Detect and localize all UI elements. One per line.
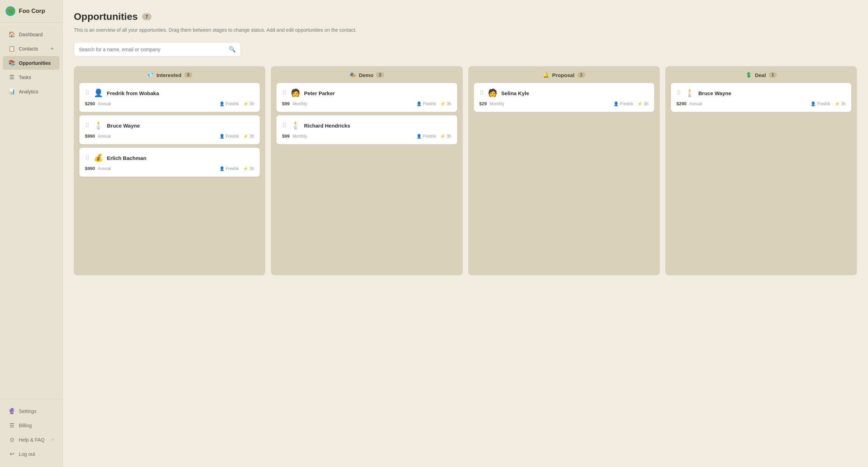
card-amount: $990 — [85, 133, 95, 139]
card-amount: $99 — [282, 101, 290, 106]
card-c3[interactable]: 💰 Erlich Bachman $990 Annual 👤 Fredrik ⚡… — [79, 148, 260, 177]
card-meta: 👤 Fredrik ⚡ 3h — [219, 134, 255, 139]
sidebar-label-tasks: Tasks — [19, 75, 31, 80]
drag-handle[interactable] — [282, 122, 287, 129]
search-bar[interactable]: 🔍 — [74, 42, 241, 56]
card-c5[interactable]: 🕯️ Richard Hendricks $99 Monthly 👤 Fredr… — [276, 115, 457, 144]
bolt-icon: ⚡ — [440, 101, 445, 106]
opportunity-count: 7 — [142, 13, 152, 20]
column-label-deal: Deal — [755, 72, 766, 78]
sidebar-label-contacts: Contacts — [19, 46, 38, 52]
card-header: 🕯️ Bruce Wayne — [677, 89, 846, 98]
sidebar: 🌿 Foo Corp 🏠 Dashboard 📋 Contacts + 📚 Op… — [0, 0, 63, 467]
card-avatar: 🧑 — [290, 89, 300, 98]
card-c2[interactable]: 🕯️ Bruce Wayne $990 Annual 👤 Fredrik ⚡ 3… — [79, 115, 260, 144]
column-header-deal: 💲 Deal 1 — [671, 72, 851, 78]
sidebar-item-tasks[interactable]: ☰ Tasks — [3, 70, 60, 84]
card-c6[interactable]: 🧑 Selina Kyle $29 Monthly 👤 Fredrik ⚡ 3h — [474, 83, 654, 112]
card-assignee: 👤 Fredrik — [219, 101, 239, 106]
card-avatar: 🧑 — [487, 89, 498, 98]
logout-icon: ↩ — [8, 451, 15, 457]
external-link-icon: ↗ — [50, 437, 54, 442]
sidebar-item-opportunities[interactable]: 📚 Opportunities — [3, 56, 60, 70]
card-header: 👤 Fredrik from Wobaka — [85, 89, 254, 98]
tasks-icon: ☰ — [8, 74, 15, 81]
card-meta: 👤 Fredrik ⚡ 3h — [416, 101, 452, 106]
card-footer: $990 Annual 👤 Fredrik ⚡ 3h — [85, 133, 254, 139]
main-nav: 🏠 Dashboard 📋 Contacts + 📚 Opportunities… — [0, 23, 62, 399]
column-count-interested: 3 — [184, 72, 192, 78]
drag-handle[interactable] — [85, 89, 89, 97]
main-content: Opportunities 7 This is an overview of a… — [63, 0, 868, 467]
card-name: Peter Parker — [304, 90, 335, 96]
drag-handle[interactable] — [677, 89, 681, 97]
card-footer: $990 Annual 👤 Fredrik ⚡ 3h — [85, 166, 254, 171]
card-c4[interactable]: 🧑 Peter Parker $99 Monthly 👤 Fredrik ⚡ 3… — [276, 83, 457, 112]
bottom-label-settings: Settings — [19, 408, 37, 414]
column-label-proposal: Proposal — [552, 72, 574, 78]
person-icon: 👤 — [613, 101, 619, 106]
billing-icon: ☰ — [8, 422, 15, 429]
sidebar-label-dashboard: Dashboard — [19, 32, 43, 37]
sidebar-item-dashboard[interactable]: 🏠 Dashboard — [3, 28, 60, 41]
card-avatar: 🕯️ — [290, 121, 300, 130]
card-time: ⚡ 3h — [440, 101, 451, 106]
card-assignee: 👤 Fredrik — [613, 101, 633, 106]
person-icon: 👤 — [219, 134, 225, 139]
card-c1[interactable]: 👤 Fredrik from Wobaka $290 Annual 👤 Fred… — [79, 83, 260, 112]
card-period: Monthly — [490, 101, 504, 106]
card-assignee: 👤 Fredrik — [416, 101, 436, 106]
sidebar-item-contacts[interactable]: 📋 Contacts + — [3, 42, 60, 55]
person-icon: 👤 — [811, 101, 816, 106]
card-c7[interactable]: 🕯️ Bruce Wayne $290 Annual 👤 Fredrik ⚡ 3… — [671, 83, 851, 112]
bottom-label-help: Help & FAQ — [19, 437, 45, 443]
app-logo[interactable]: 🌿 Foo Corp — [0, 0, 62, 23]
card-amount: $990 — [85, 166, 95, 171]
drag-handle[interactable] — [85, 122, 89, 129]
card-header: 💰 Erlich Bachman — [85, 153, 254, 162]
card-avatar: 💰 — [93, 153, 103, 162]
card-assignee: 👤 Fredrik — [811, 101, 830, 106]
card-amount: $290 — [677, 101, 687, 106]
logo-icon: 🌿 — [6, 6, 15, 16]
sidebar-bottom-item-billing[interactable]: ☰ Billing — [3, 419, 60, 432]
sidebar-item-analytics[interactable]: 📊 Analytics — [3, 85, 60, 98]
card-header: 🕯️ Richard Hendricks — [282, 121, 451, 130]
card-amount: $99 — [282, 133, 290, 139]
card-name: Richard Hendricks — [304, 123, 350, 129]
column-icon-demo: 🎭 — [350, 72, 356, 78]
sidebar-bottom-item-logout[interactable]: ↩ Log out — [3, 447, 60, 461]
card-name: Bruce Wayne — [107, 123, 140, 129]
card-avatar: 🕯️ — [685, 89, 695, 98]
person-icon: 👤 — [416, 101, 422, 106]
drag-handle[interactable] — [479, 89, 484, 97]
card-time: ⚡ 3h — [637, 101, 648, 106]
column-demo: 🎭 Demo 2 🧑 Peter Parker $99 Monthly 👤 Fr… — [271, 66, 462, 275]
person-icon: 👤 — [219, 166, 225, 171]
help-icon: ⊙ — [8, 436, 15, 443]
bolt-icon: ⚡ — [637, 101, 642, 106]
bolt-icon: ⚡ — [243, 101, 248, 106]
drag-handle[interactable] — [85, 154, 89, 162]
card-time: ⚡ 3h — [243, 134, 254, 139]
column-header-proposal: 🔔 Proposal 1 — [474, 72, 654, 78]
card-name: Erlich Bachman — [107, 155, 146, 161]
sidebar-bottom-item-settings[interactable]: 🔮 Settings — [3, 404, 60, 418]
card-footer: $99 Monthly 👤 Fredrik ⚡ 3h — [282, 101, 451, 106]
add-contact-btn[interactable]: + — [50, 46, 54, 52]
dashboard-icon: 🏠 — [8, 31, 15, 38]
sidebar-bottom-item-help[interactable]: ⊙ Help & FAQ ↗ — [3, 433, 60, 446]
card-period: Annual — [689, 101, 702, 106]
card-time: ⚡ 3h — [243, 101, 254, 106]
card-period: Annual — [98, 134, 111, 139]
card-period: Annual — [98, 101, 111, 106]
search-input[interactable] — [79, 47, 226, 52]
card-assignee: 👤 Fredrik — [219, 166, 239, 171]
search-icon: 🔍 — [229, 46, 236, 53]
column-header-interested: 💎 Interested 3 — [79, 72, 260, 78]
drag-handle[interactable] — [282, 89, 287, 97]
column-icon-deal: 💲 — [745, 72, 752, 78]
sidebar-label-analytics: Analytics — [19, 89, 38, 94]
card-header: 🧑 Peter Parker — [282, 89, 451, 98]
card-meta: 👤 Fredrik ⚡ 3h — [416, 134, 452, 139]
